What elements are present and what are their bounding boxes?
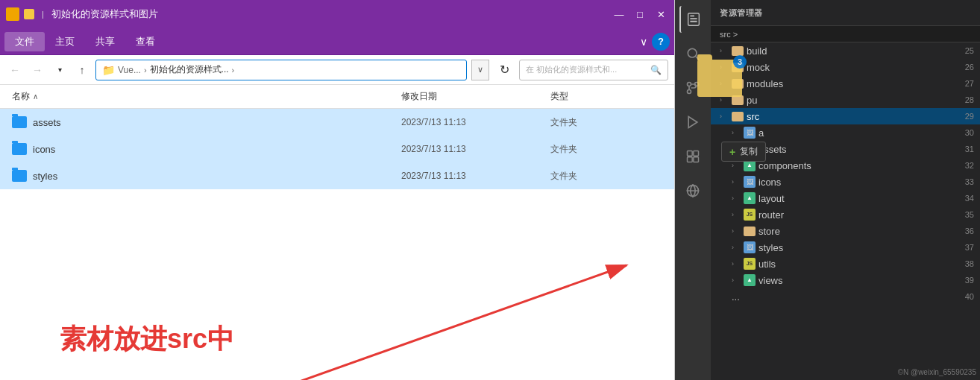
- vscode-header: 资源管理器: [711, 0, 980, 26]
- menu-item-home[interactable]: 主页: [45, 32, 85, 51]
- tree-item-store[interactable]: ›store36: [711, 223, 980, 239]
- tree-folder-icon: 🖼: [744, 241, 756, 253]
- file-explorer: | 初始化的资源样式和图片 — □ ✕ 文件 主页 共享 查看 ∨ ? ← → …: [0, 0, 675, 380]
- line-number: 31: [965, 145, 974, 153]
- line-number: 38: [965, 259, 974, 268]
- tree-item-mock[interactable]: ›mock26: [711, 59, 980, 75]
- tree-chevron-icon: ›: [732, 227, 741, 235]
- tree-item-icons[interactable]: ›🖼icons33: [711, 174, 980, 190]
- tree-label: router: [758, 209, 784, 221]
- tree-item-layout[interactable]: ›▲layout34: [711, 190, 980, 206]
- ghost-badge: 3: [733, 55, 747, 69]
- title-bar-left: | 初始化的资源样式和图片: [6, 7, 158, 21]
- tree-folder-icon: [732, 46, 744, 56]
- address-dropdown-button[interactable]: ∨: [471, 60, 489, 80]
- activity-extensions-icon[interactable]: [679, 143, 706, 170]
- tree-folder-icon: ▲: [744, 192, 756, 204]
- file-type-assets: 文件夹: [550, 116, 662, 129]
- tree-item-a[interactable]: ›🖼a30: [711, 124, 980, 141]
- tree-item-router[interactable]: ›JSrouter35: [711, 206, 980, 223]
- tree-label: styles: [758, 242, 783, 253]
- file-date-styles: 2023/7/13 11:13: [401, 171, 550, 181]
- vscode-breadcrumb: src >: [711, 26, 980, 42]
- line-number: 29: [965, 112, 974, 121]
- forward-button[interactable]: →: [28, 61, 46, 79]
- line-number: 32: [965, 161, 974, 170]
- menu-chevron-icon[interactable]: ∨: [640, 36, 647, 48]
- tree-chevron-icon: ›: [732, 162, 741, 169]
- tree-item-views[interactable]: ›▲views39: [711, 272, 980, 288]
- ghost-folder-icon: 3: [697, 60, 742, 97]
- line-number: 36: [965, 227, 974, 235]
- vscode-tree: ›build25›mock26›modules27›pu28›src29›🖼a3…: [711, 42, 980, 380]
- address-path[interactable]: 📁 Vue... › 初始化的资源样式... ›: [95, 60, 467, 80]
- tree-item-src[interactable]: ›src29: [711, 108, 980, 124]
- tree-item-...[interactable]: ...40: [711, 288, 980, 305]
- address-bar: ← → ▾ ↑ 📁 Vue... › 初始化的资源样式... › ∨ ↻ 在 初…: [0, 55, 674, 85]
- line-number: 30: [965, 128, 974, 137]
- path-folder-icon: 📁: [102, 64, 115, 76]
- activity-explorer-icon[interactable]: [679, 6, 706, 33]
- close-button[interactable]: ✕: [653, 7, 668, 22]
- activity-browser-icon[interactable]: [679, 177, 706, 204]
- file-list: assets 2023/7/13 11:13 文件夹 icons 2023/7/…: [0, 109, 674, 380]
- tree-item-modules[interactable]: ›modules27: [711, 75, 980, 92]
- sort-icon: ∧: [33, 92, 38, 101]
- search-placeholder: 在 初始化的资源样式和...: [526, 64, 647, 75]
- tree-chevron-icon: ›: [720, 113, 729, 120]
- folder-icon-icons: [12, 143, 27, 155]
- svg-point-6: [688, 90, 691, 94]
- tree-item-build[interactable]: ›build25: [711, 42, 980, 59]
- file-row-styles[interactable]: styles 2023/7/13 11:13 文件夹: [0, 162, 674, 189]
- menu-item-view[interactable]: 查看: [125, 32, 166, 51]
- menu-item-file[interactable]: 文件: [4, 32, 45, 51]
- file-date-icons: 2023/7/13 11:13: [401, 144, 550, 154]
- maximize-button[interactable]: □: [632, 7, 647, 22]
- svg-rect-9: [688, 151, 693, 156]
- tree-chevron-icon: ›: [732, 129, 741, 136]
- line-number: 26: [965, 63, 974, 72]
- path-part2: 初始化的资源样式...: [150, 63, 229, 76]
- recent-locations-button[interactable]: ▾: [51, 61, 69, 79]
- help-button[interactable]: ?: [652, 33, 670, 51]
- line-number: 34: [965, 194, 974, 203]
- tooltip-label: 复制: [740, 145, 758, 158]
- tree-chevron-icon: ›: [720, 96, 729, 104]
- tree-chevron-icon: ›: [732, 211, 741, 218]
- activity-run-icon[interactable]: [679, 109, 706, 136]
- search-box[interactable]: 在 初始化的资源样式和... 🔍: [519, 60, 668, 80]
- refresh-button[interactable]: ↻: [494, 60, 515, 80]
- file-row-assets[interactable]: assets 2023/7/13 11:13 文件夹: [0, 109, 674, 136]
- col-type-header[interactable]: 类型: [550, 90, 662, 103]
- line-number: 37: [965, 243, 974, 252]
- title-separator: |: [42, 10, 44, 19]
- tree-item-pu[interactable]: ›pu28: [711, 92, 980, 108]
- tree-label: layout: [758, 193, 785, 204]
- tree-chevron-icon: ›: [732, 260, 741, 267]
- title-bar-controls: — □ ✕: [612, 7, 668, 22]
- tree-chevron-icon: ›: [732, 178, 741, 186]
- tree-folder-icon: JS: [744, 209, 756, 221]
- file-row-icons[interactable]: icons 2023/7/13 11:13 文件夹: [0, 136, 674, 162]
- tree-item-utils[interactable]: ›JSutils38: [711, 256, 980, 272]
- watermark: ©N @weixin_65590235: [898, 368, 976, 376]
- menu-bar: 文件 主页 共享 查看 ∨ ?: [0, 28, 674, 55]
- file-type-styles: 文件夹: [550, 170, 662, 183]
- column-headers: 名称 ∧ 修改日期 类型: [0, 85, 674, 109]
- folder-icon-styles: [12, 170, 27, 182]
- col-name-header[interactable]: 名称 ∧: [12, 90, 401, 103]
- tree-label: modules: [747, 78, 783, 89]
- menu-item-share[interactable]: 共享: [85, 32, 125, 51]
- tree-label: store: [758, 226, 780, 237]
- svg-line-1: [239, 265, 626, 380]
- up-button[interactable]: ↑: [73, 61, 91, 79]
- line-number: 35: [965, 210, 974, 219]
- back-button[interactable]: ←: [6, 61, 24, 79]
- tree-chevron-icon: ›: [720, 47, 729, 54]
- menu-bar-right: ∨ ?: [640, 33, 670, 51]
- minimize-button[interactable]: —: [612, 7, 626, 22]
- svg-point-5: [688, 83, 691, 86]
- title-bar: | 初始化的资源样式和图片 — □ ✕: [0, 0, 674, 28]
- col-date-header[interactable]: 修改日期: [401, 90, 550, 103]
- tree-item-styles[interactable]: ›🖼styles37: [711, 239, 980, 256]
